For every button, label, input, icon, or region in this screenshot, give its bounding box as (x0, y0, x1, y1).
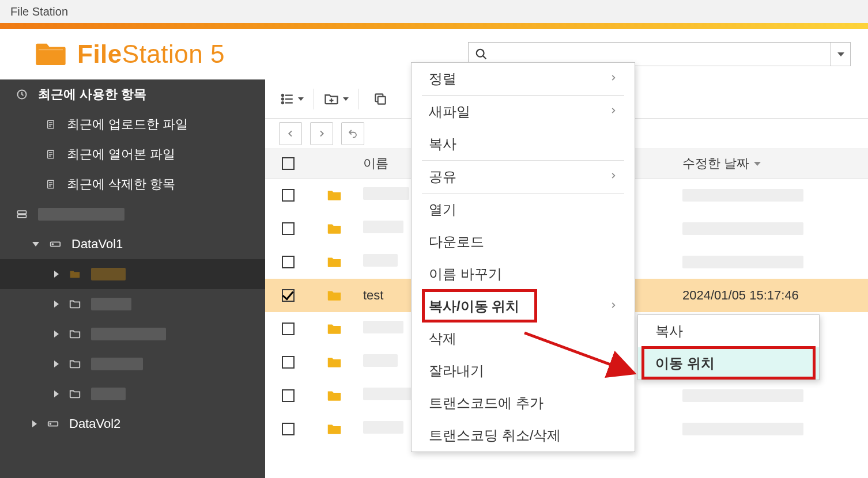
obscured-text (682, 256, 803, 268)
ctx-rename[interactable]: 이름 바꾸기 (412, 258, 635, 290)
ctx-share[interactable]: 공유 (412, 161, 635, 193)
ctx-open[interactable]: 열기 (412, 194, 635, 226)
svg-point-23 (282, 98, 284, 100)
row-checkbox[interactable] (282, 256, 295, 268)
obscured-text (363, 254, 398, 267)
sidebar-folder[interactable] (0, 379, 265, 409)
sort-desc-icon (754, 162, 761, 166)
ctx-share-label: 공유 (429, 168, 456, 186)
expand-icon (54, 301, 59, 308)
expand-icon (54, 331, 59, 337)
obscured-text (91, 298, 131, 310)
ctx-add-transcode[interactable]: 트랜스코드에 추가 (412, 387, 635, 419)
caret-down-icon (298, 97, 304, 101)
chevron-right-icon (609, 71, 617, 87)
ctx-copy-move-to[interactable]: 복사/이동 위치 (412, 290, 635, 323)
obscured-text (682, 389, 803, 402)
folder-outline-icon (68, 357, 82, 371)
ctx-sort[interactable]: 정렬 (412, 63, 635, 95)
nav-back-button[interactable] (279, 122, 302, 145)
view-mode-button[interactable] (279, 88, 304, 111)
obscured-text (363, 221, 403, 233)
ctx-rename-label: 이름 바꾸기 (429, 265, 502, 283)
expand-icon (54, 361, 59, 367)
sidebar-recent-deleted[interactable]: 최근에 삭제한 항목 (0, 169, 265, 199)
sidebar-recent-label: 최근에 사용한 항목 (38, 86, 146, 103)
sidebar-folder[interactable] (0, 349, 265, 379)
expand-icon (32, 420, 37, 427)
col-date[interactable]: 수정한 날짜 (669, 155, 868, 172)
expand-icon (32, 242, 39, 246)
new-folder-button[interactable] (323, 88, 349, 111)
row-checkbox[interactable] (282, 222, 295, 235)
accent-bar (0, 23, 868, 29)
doc-icon (44, 117, 58, 131)
copy-button[interactable] (368, 88, 393, 111)
ctx-delete[interactable]: 삭제 (412, 323, 635, 355)
sidebar-recent-header[interactable]: 최근에 사용한 항목 (0, 79, 265, 109)
toolbar-divider (314, 89, 314, 109)
select-all-checkbox[interactable] (282, 157, 295, 170)
context-menu: 정렬 새파일 복사 공유 열기 다운로드 이름 바꾸기 복사/이동 위치 삭제 … (411, 62, 635, 452)
sidebar-folder[interactable] (0, 319, 265, 349)
ctx-add-transcode-label: 트랜스코드에 추가 (429, 394, 544, 412)
main-panel: 이름 수정한 날짜 (265, 79, 868, 478)
svg-point-20 (50, 423, 51, 424)
sidebar-recent-deleted-label: 최근에 삭제한 항목 (67, 176, 175, 193)
sidebar-recent-opened[interactable]: 최근에 열어본 파일 (0, 139, 265, 169)
sidebar-recent-uploaded-label: 최근에 업로드한 파일 (67, 116, 188, 133)
ctx-new-file[interactable]: 새파일 (412, 96, 635, 128)
ctx-copy[interactable]: 복사 (412, 128, 635, 160)
row-checkbox[interactable] (282, 423, 295, 435)
chevron-right-icon (609, 298, 617, 314)
ctx-cancel-transcode[interactable]: 트랜스코딩 취소/삭제 (412, 419, 635, 452)
sidebar-vol1[interactable]: DataVol1 (0, 229, 265, 259)
ctx-cut[interactable]: 잘라내기 (412, 355, 635, 387)
drive-icon (48, 237, 62, 251)
obscured-text (682, 189, 803, 202)
sidebar-folder[interactable] (0, 289, 265, 319)
sidebar-vol2-label: DataVol2 (69, 416, 120, 431)
annotation-highlight (641, 346, 816, 380)
row-name: test (363, 288, 383, 302)
sidebar-recent-uploaded[interactable]: 최근에 업로드한 파일 (0, 109, 265, 139)
svg-line-1 (483, 56, 486, 59)
row-checkbox[interactable] (282, 189, 295, 202)
submenu-copy[interactable]: 복사 (638, 315, 819, 347)
toolbar-divider (358, 89, 358, 109)
folder-icon (311, 354, 357, 371)
obscured-text (363, 421, 403, 434)
doc-icon (44, 147, 58, 161)
nav-forward-button[interactable] (310, 122, 333, 145)
ctx-new-file-label: 새파일 (429, 103, 470, 121)
ctx-download[interactable]: 다운로드 (412, 226, 635, 258)
row-checkbox[interactable] (282, 389, 295, 402)
row-checkbox[interactable] (282, 323, 295, 335)
svg-point-21 (282, 94, 284, 96)
sidebar-vol1-label: DataVol1 (71, 237, 123, 252)
submenu-move-to[interactable]: 이동 위치 (638, 347, 819, 380)
row-checkbox[interactable] (282, 289, 295, 302)
nav-undo-button[interactable] (341, 122, 364, 145)
search-dropdown-toggle[interactable] (831, 43, 850, 66)
drive-icon (46, 417, 60, 431)
ctx-sort-label: 정렬 (429, 70, 456, 88)
ctx-cut-label: 잘라내기 (429, 362, 484, 380)
ctx-download-label: 다운로드 (429, 233, 484, 251)
col-date-label: 수정한 날짜 (682, 155, 749, 172)
folder-icon (311, 253, 357, 271)
obscured-text (363, 187, 409, 200)
sidebar-vol2[interactable]: DataVol2 (0, 409, 265, 439)
annotation-highlight (422, 289, 537, 323)
context-submenu: 복사 이동 위치 (637, 314, 820, 380)
sidebar-nas-root[interactable] (0, 199, 265, 229)
chevron-right-icon (609, 169, 617, 185)
sidebar-folder-current[interactable] (0, 259, 265, 289)
sidebar: 최근에 사용한 항목 최근에 업로드한 파일 최근에 열어본 파일 최근에 삭제… (0, 79, 265, 478)
nas-icon (15, 207, 29, 221)
svg-point-18 (52, 244, 54, 245)
app-logo: FileStation 5 (35, 37, 225, 71)
row-checkbox[interactable] (282, 356, 295, 369)
obscured-text (363, 354, 398, 367)
chevron-right-icon (609, 104, 617, 120)
